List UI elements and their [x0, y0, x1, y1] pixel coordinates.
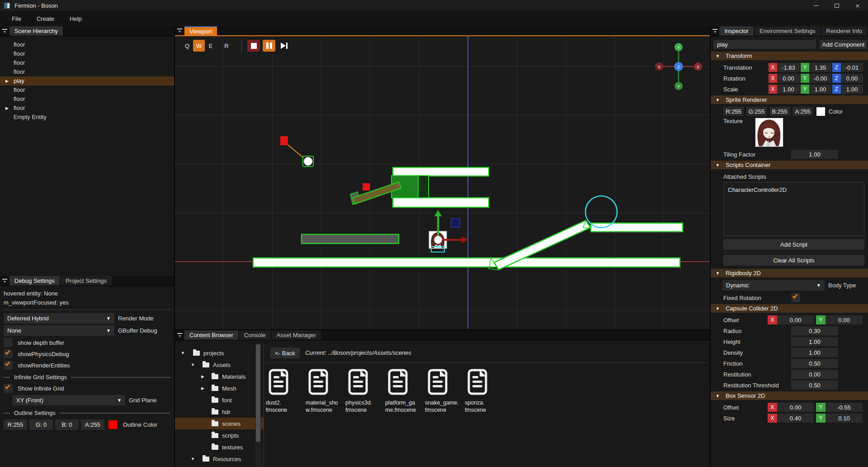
tiling-factor-field[interactable]: 1.00 [791, 150, 838, 159]
restitution-field[interactable]: 0.00 [791, 370, 838, 379]
expand-arrow-icon[interactable]: ▶ [201, 374, 204, 379]
panel-collapse-icon[interactable]: ▼ [711, 26, 719, 36]
tree-scrollbar[interactable] [255, 344, 261, 467]
translation-x-field[interactable]: -1.83 [777, 63, 800, 72]
floor-platform[interactable] [253, 258, 680, 267]
restitution-threshold-field[interactable]: 0.50 [791, 381, 838, 390]
translation-z-field[interactable]: -0.01 [841, 63, 863, 72]
hierarchy-item-play[interactable]: ▶play [0, 76, 174, 86]
tree-item-resources[interactable]: ▼Resources [175, 453, 264, 465]
y-axis-badge[interactable]: Y [801, 63, 809, 72]
script-list-item[interactable]: CharacterController2D [728, 186, 864, 193]
x-axis-badge[interactable]: X [769, 85, 777, 94]
fixed-rotation-checkbox[interactable] [791, 293, 800, 302]
hierarchy-item-empty-entity[interactable]: Empty Entity [0, 113, 174, 122]
x-axis-badge[interactable]: X [768, 315, 777, 324]
gizmo-x-arrowhead[interactable] [462, 236, 468, 243]
step-button[interactable] [278, 40, 291, 52]
panel-collapse-icon[interactable]: ▼ [0, 26, 9, 36]
file-item[interactable]: material_show.fmscene [306, 369, 344, 414]
navy-marker[interactable] [451, 219, 460, 227]
y-axis-badge[interactable]: Y [816, 414, 826, 423]
rigidbody-2d-header[interactable]: ▼Rigidbody 2D [711, 269, 868, 277]
close-button[interactable]: × [847, 0, 868, 11]
menu-create[interactable]: Create [37, 15, 54, 22]
tab-content-browser[interactable]: Content Browser [184, 330, 238, 340]
tab-debug-settings[interactable]: Debug Settings [9, 276, 60, 286]
friction-field[interactable]: 0.50 [791, 359, 838, 368]
green-box-section[interactable] [418, 176, 429, 198]
orientation-gizmo[interactable]: Y Y X X Z [655, 43, 702, 90]
y-axis-badge[interactable]: Y [801, 85, 809, 94]
tab-console[interactable]: Console [239, 330, 271, 340]
sprite-color-b-field[interactable]: B:255 [769, 107, 790, 116]
tree-item-mesh[interactable]: ▶Mesh [175, 382, 264, 394]
hierarchy-item-floor[interactable]: floor [0, 49, 174, 58]
hierarchy-item-floor[interactable]: floor [0, 95, 174, 104]
expand-arrow-icon[interactable]: ▶ [5, 104, 9, 113]
file-item[interactable]: physics3d.fmscene [345, 369, 384, 414]
sensor-size-x-field[interactable]: 0.40 [777, 414, 814, 423]
tool-w-button[interactable]: W [193, 40, 205, 52]
rotation-z-field[interactable]: 0.00 [841, 74, 863, 83]
hierarchy-item-floor[interactable]: floor [0, 58, 174, 67]
x-axis-badge[interactable]: X [768, 403, 777, 412]
gizmo-origin-handle[interactable] [434, 236, 442, 244]
show-infinite-grid-checkbox[interactable] [4, 384, 13, 393]
entity-name-input[interactable]: play [713, 40, 816, 49]
show-render-entities-checkbox[interactable] [4, 361, 13, 370]
hierarchy-item-floor[interactable]: floor [0, 40, 174, 49]
transform-header[interactable]: ▼Transform [711, 52, 868, 60]
pause-button[interactable] [263, 40, 275, 52]
tab-asset-manager[interactable]: Asset Manager [272, 330, 321, 340]
expand-arrow-icon[interactable]: ▶ [201, 386, 204, 391]
scale-y-field[interactable]: 1.00 [809, 85, 831, 94]
rotation-y-field[interactable]: -0.00 [809, 74, 831, 83]
tree-scrollbar-thumb[interactable] [256, 344, 260, 442]
show-depth-buffer-checkbox[interactable] [4, 338, 13, 347]
panel-collapse-icon[interactable]: ▼ [175, 330, 184, 340]
sprite-color-a-field[interactable]: A:255 [793, 107, 813, 116]
outline-color-r-field[interactable]: R:255 [4, 419, 27, 430]
capsule-offset-x-field[interactable]: 0.00 [777, 315, 814, 324]
sensor-size-y-field[interactable]: 0.10 [826, 414, 863, 423]
radius-field[interactable]: 0.30 [791, 326, 838, 335]
outline-color-g-field[interactable]: G: 0 [29, 419, 53, 430]
hierarchy-item-floor[interactable]: floor [0, 67, 174, 76]
middle-platform[interactable] [393, 198, 489, 207]
x-axis-badge[interactable]: X [769, 74, 777, 83]
panel-collapse-icon[interactable]: ▼ [175, 26, 184, 35]
tree-item-hdr[interactable]: hdr [175, 406, 264, 418]
outline-color-a-field[interactable]: A:255 [81, 419, 104, 430]
texture-thumbnail[interactable] [755, 118, 783, 147]
tab-renderer-info[interactable]: Renderer Info [821, 26, 868, 36]
sprite-color-g-field[interactable]: G:255 [746, 107, 767, 116]
sensor-offset-y-field[interactable]: -0.55 [826, 403, 863, 412]
grid-plane-dropdown[interactable]: XY (Front) ▼ [13, 395, 125, 405]
stop-button[interactable] [247, 40, 260, 52]
file-item[interactable]: sponza.fmscene [465, 369, 504, 414]
tree-item-font[interactable]: font [175, 394, 264, 406]
collapse-arrow-icon[interactable]: ▼ [181, 351, 185, 355]
red-handle[interactable] [363, 183, 370, 191]
menu-help[interactable]: Help [70, 15, 82, 22]
top-platform[interactable] [393, 167, 489, 176]
tool-q-button[interactable]: Q [181, 40, 193, 52]
y-axis-badge[interactable]: Y [816, 403, 826, 412]
z-axis-badge[interactable]: Z [832, 63, 841, 72]
minimize-button[interactable] [806, 0, 826, 11]
tree-item-assets[interactable]: ▼Assets [175, 359, 264, 371]
tab-environment-settings[interactable]: Environment Settings [755, 26, 821, 36]
ball-entity[interactable] [304, 157, 312, 166]
menu-file[interactable]: File [12, 15, 21, 22]
tab-viewport[interactable]: Viewport [184, 26, 217, 35]
translation-y-field[interactable]: 1.35 [809, 63, 831, 72]
tab-scene-hierarchy[interactable]: Scene Hierarchy [9, 26, 63, 36]
tree-item-projects[interactable]: ▼projects [175, 347, 264, 359]
scale-z-field[interactable]: 1.00 [841, 85, 863, 94]
outline-color-swatch[interactable] [108, 420, 117, 429]
z-axis-badge[interactable]: Z [832, 85, 841, 94]
hierarchy-item-floor[interactable]: floor [0, 86, 174, 95]
add-script-button[interactable]: Add Script [723, 239, 864, 250]
panel-collapse-icon[interactable]: ▼ [0, 276, 9, 286]
